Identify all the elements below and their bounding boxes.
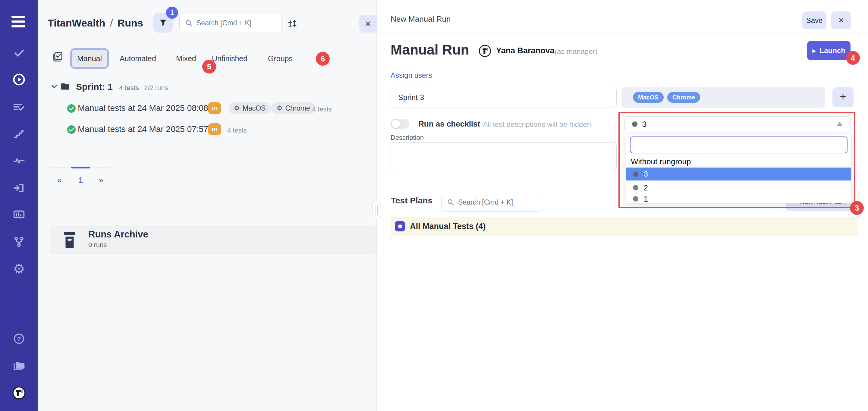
annotation-badge-4: 4 bbox=[846, 51, 860, 65]
steps-icon bbox=[13, 128, 25, 140]
rungroup-filter-input[interactable] bbox=[630, 136, 847, 153]
rungroup-select[interactable]: 3 bbox=[624, 116, 850, 132]
drawer-title: New Manual Run bbox=[391, 14, 451, 24]
pagination-prev[interactable]: « bbox=[57, 176, 62, 185]
breadcrumb-current: Runs bbox=[118, 17, 143, 29]
env-pill-macos: ⚙ MacOS bbox=[228, 102, 271, 114]
env-badge-macos[interactable]: MacOS bbox=[633, 92, 664, 103]
sidebar-item-branches[interactable] bbox=[12, 234, 26, 249]
test-plans-search-input[interactable] bbox=[458, 198, 533, 207]
svg-text:?: ? bbox=[17, 335, 21, 342]
hamburger-icon bbox=[11, 16, 26, 27]
tab-manual[interactable]: Manual bbox=[70, 48, 109, 69]
folder-name: Sprint: 1 bbox=[76, 82, 113, 92]
env-pill-label: MacOS bbox=[243, 104, 266, 113]
close-drawer-button[interactable]: ✕ bbox=[831, 11, 851, 29]
assign-users-link[interactable]: Assign users bbox=[391, 71, 432, 81]
pulse-icon bbox=[13, 155, 25, 167]
run-owner-badge: m bbox=[208, 102, 221, 114]
option-label: 2 bbox=[644, 184, 648, 192]
sidebar-menu-button[interactable] bbox=[11, 16, 26, 30]
pagination-page-1[interactable]: 1 bbox=[79, 176, 83, 185]
sidebar-item-runs-active[interactable] bbox=[12, 72, 26, 87]
close-icon: ✕ bbox=[838, 16, 844, 25]
all-tests-label: All Manual Tests (4) bbox=[410, 222, 486, 231]
search-icon bbox=[447, 198, 455, 206]
tab-unfinished[interactable]: Unfinished bbox=[212, 54, 247, 63]
help-icon: ? bbox=[13, 333, 25, 345]
save-button[interactable]: Save bbox=[802, 11, 827, 29]
tab-automated[interactable]: Automated bbox=[120, 54, 156, 63]
description-label: Description bbox=[391, 134, 424, 141]
sidebar-item-plans[interactable] bbox=[12, 100, 26, 115]
panel-resize-handle[interactable] bbox=[373, 201, 381, 219]
option-3-selected[interactable]: 3 bbox=[626, 167, 851, 181]
all-manual-tests-row[interactable]: All Manual Tests (4) bbox=[391, 217, 858, 235]
pagination-next[interactable]: » bbox=[99, 176, 103, 185]
sidebar-item-activity[interactable] bbox=[12, 154, 26, 168]
option-1[interactable]: 1 bbox=[626, 194, 851, 203]
search-settings-button[interactable] bbox=[286, 17, 299, 30]
filter-funnel-icon bbox=[159, 19, 167, 27]
sidebar-item-projects[interactable] bbox=[12, 358, 26, 373]
runs-archive-card[interactable]: Runs Archive 0 runs bbox=[50, 225, 376, 255]
runs-search-input[interactable] bbox=[196, 19, 272, 27]
annotation-badge-3: 3 bbox=[850, 201, 864, 215]
plus-icon: + bbox=[840, 90, 846, 103]
run-row-2[interactable]: Manual tests at 24 Mar 2025 07:57 m 4 te… bbox=[48, 123, 362, 136]
grip-line bbox=[377, 205, 378, 215]
run-name-input[interactable] bbox=[391, 87, 617, 108]
launch-button[interactable]: ▶ Launch bbox=[807, 41, 850, 60]
tabs-divider bbox=[38, 76, 376, 77]
collapse-panel-button[interactable]: ✕ bbox=[359, 15, 377, 33]
folder-runs-count: 2/2 runs bbox=[144, 84, 168, 92]
breadcrumb: TitanWealth / Runs bbox=[48, 17, 143, 29]
sidebar-item-import[interactable] bbox=[12, 181, 26, 195]
breadcrumb-separator: / bbox=[108, 17, 115, 29]
tab-groups[interactable]: Groups bbox=[268, 54, 293, 63]
folder-row-sprint-1[interactable]: Sprint: 1 4 tests 4 tests 2/2 runs bbox=[48, 80, 355, 93]
folder-icon bbox=[60, 82, 70, 91]
sidebar-item-help[interactable]: ? bbox=[12, 331, 26, 346]
checklist-label: Run as checklist bbox=[418, 119, 480, 129]
breadcrumb-project[interactable]: TitanWealth bbox=[48, 17, 105, 29]
chevron-down-icon bbox=[51, 83, 58, 90]
environments-box[interactable]: MacOS Chrome bbox=[621, 87, 825, 108]
all-tests-checkbox[interactable] bbox=[395, 221, 405, 231]
search-icon bbox=[185, 19, 193, 27]
rungroup-dropdown: Without rungroup 3 2 1 bbox=[626, 133, 852, 203]
gear-icon: ⚙ bbox=[277, 104, 283, 112]
archive-count: 0 runs bbox=[88, 241, 107, 249]
sidebar-item-milestones[interactable] bbox=[12, 127, 26, 141]
run-row-1[interactable]: Manual tests at 24 Mar 2025 08:08 m ⚙ Ma… bbox=[48, 102, 362, 115]
bulk-select-button[interactable] bbox=[51, 50, 65, 64]
add-environment-button[interactable]: + bbox=[832, 87, 854, 107]
test-plans-search-box[interactable] bbox=[441, 193, 543, 212]
option-without-rungroup[interactable]: Without rungroup bbox=[631, 157, 691, 166]
env-pill-chrome: ⚙ Chrome bbox=[271, 102, 315, 114]
sidebar-item-tests[interactable] bbox=[12, 45, 26, 60]
app-root: ⚙ ? TitanWealth / Runs 1 ✕ Manual Automa… bbox=[0, 0, 868, 411]
group-dot-icon bbox=[632, 121, 638, 127]
runs-search-box[interactable] bbox=[179, 14, 282, 32]
run-title: Manual tests at 24 Mar 2025 07:57 bbox=[78, 124, 208, 134]
tab-mixed[interactable]: Mixed bbox=[176, 54, 196, 63]
sidebar-account-logo[interactable] bbox=[12, 386, 26, 400]
sidebar-item-analytics[interactable] bbox=[12, 207, 26, 222]
checklist-hint: All test descriptions will be hidden bbox=[483, 120, 591, 129]
play-circle-icon bbox=[12, 73, 26, 86]
description-textarea[interactable] bbox=[391, 142, 617, 170]
horizontal-scrollbar-thumb[interactable] bbox=[71, 167, 90, 168]
option-2[interactable]: 2 bbox=[626, 182, 851, 194]
play-icon: ▶ bbox=[812, 48, 816, 54]
folders-icon bbox=[12, 359, 26, 373]
launch-label: Launch bbox=[819, 46, 845, 55]
annotation-badge-6: 6 bbox=[316, 52, 330, 66]
logo-t-icon bbox=[12, 386, 26, 400]
manager-name: Yana Baranova bbox=[496, 46, 555, 56]
env-badge-chrome[interactable]: Chrome bbox=[667, 92, 701, 103]
run-title-heading: Manual Run bbox=[391, 41, 469, 58]
sidebar-item-settings[interactable]: ⚙ bbox=[12, 261, 26, 276]
run-as-checklist-toggle[interactable] bbox=[391, 119, 409, 129]
gear-icon: ⚙ bbox=[13, 261, 25, 276]
